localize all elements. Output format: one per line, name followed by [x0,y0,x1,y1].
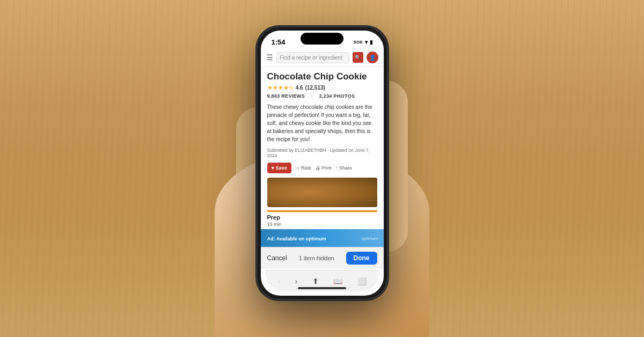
print-link[interactable]: 🖨 Print [316,165,332,171]
rate-link[interactable]: ☆ Rate [296,165,311,171]
tabs-button[interactable]: ⬜ [357,277,367,285]
cancel-button[interactable]: Cancel [267,254,287,262]
recipe-description: These chewy chocolate chip cookies are t… [267,103,377,143]
photos-count[interactable]: 2,234 PHOTOS [319,93,355,99]
rating-number: 4.6 [296,85,303,91]
star-icon: ☆ [296,165,300,171]
prep-time: 15 min [267,222,377,227]
stars: ★★★★½ [267,84,294,91]
submitted-by: Submitted by ELIZABETHBH · Updated on Ju… [267,148,377,158]
battery-icon: ▮ [370,39,373,45]
hidden-count-label: 1 item hidden [299,255,334,261]
share-button[interactable]: ⬆ [312,277,319,285]
divider: | [311,93,313,99]
rating-count: (12,513) [305,85,325,91]
action-row: ♥ Save ☆ Rate 🖨 Print ↑ Share [267,163,377,173]
rating-row: ★★★★½ 4.6 (12,513) [267,84,377,91]
print-label: Print [321,165,332,171]
sos-indicator: SOS [354,40,363,45]
prep-section: Prep [267,214,377,221]
home-indicator [298,287,346,289]
hamburger-icon[interactable]: ☰ [266,53,273,62]
share-icon: ↑ [335,165,338,171]
search-button[interactable]: 🔍 [353,52,363,63]
recipe-content: Chocolate Chip Cookie ★★★★½ 4.6 (12,513)… [261,67,384,252]
forward-button[interactable]: › [295,277,297,285]
status-icons: SOS ▾ ▮ [354,39,373,45]
back-button[interactable]: ‹ [277,277,280,285]
content-blocker-bar: Cancel 1 item hidden Done [261,247,384,269]
bookmarks-button[interactable]: 📖 [333,277,342,285]
rate-label: Rate [301,165,311,171]
reviews-count[interactable]: 9,863 REVIEWS [267,93,305,99]
search-input-wrapper[interactable]: Find a recipe or ingredient [276,52,349,63]
dynamic-island [301,33,343,45]
heart-icon: ♥ [272,165,274,171]
save-button[interactable]: ♥ Save [267,163,291,173]
search-icon: 🔍 [355,55,361,60]
ad-banner: Ad: Available on optimum optimum [261,229,384,248]
reviews-row: 9,863 REVIEWS | 2,234 PHOTOS [267,93,377,99]
cookie-image [267,178,377,207]
user-avatar[interactable]: 👤 [367,52,378,63]
avatar-icon: 👤 [369,55,376,61]
prep-label: Prep [267,214,280,221]
scene: 1:54 SOS ▾ ▮ ☰ Find a recipe or ingredie… [0,0,644,337]
phone-frame: 1:54 SOS ▾ ▮ ☰ Find a recipe or ingredie… [257,26,388,300]
search-input[interactable]: Find a recipe or ingredient [280,55,346,61]
share-link[interactable]: ↑ Share [335,165,352,171]
print-icon: 🖨 [316,165,320,171]
recipe-title: Chocolate Chip Cookie [267,71,377,82]
save-label: Save [276,165,287,171]
share-label: Share [339,165,352,171]
search-bar: ☰ Find a recipe or ingredient 🔍 👤 [261,48,384,67]
wifi-icon: ▾ [365,39,368,45]
status-time: 1:54 [272,38,286,46]
ad-text: Ad: Available on optimum [267,236,326,241]
ad-brand: optimum [362,236,378,241]
orange-bar [267,210,377,212]
phone-screen: 1:54 SOS ▾ ▮ ☰ Find a recipe or ingredie… [261,31,384,296]
done-button[interactable]: Done [346,252,377,265]
